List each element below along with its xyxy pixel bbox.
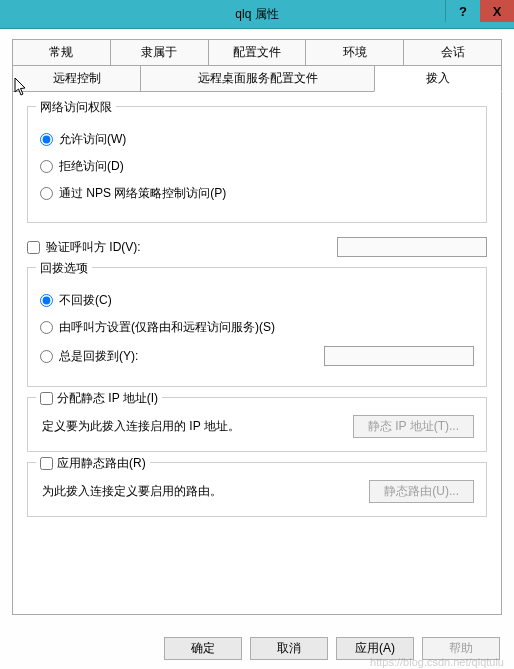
- tab-dialin[interactable]: 拨入: [374, 65, 502, 92]
- tab-memberof[interactable]: 隶属于: [111, 39, 209, 65]
- check-static-ip[interactable]: [40, 392, 53, 405]
- radio-callback-always[interactable]: [40, 350, 53, 363]
- group-static-routes: 应用静态路由(R) 为此拨入连接定义要启用的路由。 静态路由(U)...: [27, 462, 487, 517]
- group-callback: 回拨选项 不回拨(C) 由呼叫方设置(仅路由和远程访问服务)(S) 总是回拨到(…: [27, 267, 487, 387]
- static-routes-label: 应用静态路由(R): [57, 455, 146, 472]
- help-button[interactable]: ?: [445, 0, 480, 22]
- group-network-access: 网络访问权限 允许访问(W) 拒绝访问(D) 通过 NPS 网络策略控制访问(P…: [27, 106, 487, 223]
- tabs-row-2: 远程控制 远程桌面服务配置文件 拨入: [12, 65, 502, 92]
- tab-panel-dialin: 网络访问权限 允许访问(W) 拒绝访问(D) 通过 NPS 网络策略控制访问(P…: [12, 91, 502, 615]
- radio-nps[interactable]: [40, 187, 53, 200]
- cancel-button[interactable]: 取消: [250, 637, 328, 660]
- radio-callback-bycaller-row[interactable]: 由呼叫方设置(仅路由和远程访问服务)(S): [40, 319, 474, 336]
- tab-general[interactable]: 常规: [12, 39, 111, 65]
- radio-callback-bycaller-label: 由呼叫方设置(仅路由和远程访问服务)(S): [59, 319, 275, 336]
- radio-callback-none-label: 不回拨(C): [59, 292, 112, 309]
- group-callback-legend: 回拨选项: [36, 260, 92, 277]
- window-title: qlq 属性: [0, 6, 514, 23]
- ok-button[interactable]: 确定: [164, 637, 242, 660]
- radio-nps-label: 通过 NPS 网络策略控制访问(P): [59, 185, 226, 202]
- tab-rdp-profile[interactable]: 远程桌面服务配置文件: [140, 65, 374, 92]
- static-ip-desc: 定义要为此拨入连接启用的 IP 地址。: [42, 418, 353, 435]
- check-verify-caller[interactable]: [27, 241, 40, 254]
- radio-allow[interactable]: [40, 133, 53, 146]
- radio-callback-none[interactable]: [40, 294, 53, 307]
- static-ip-button[interactable]: 静态 IP 地址(T)...: [353, 415, 474, 438]
- radio-deny[interactable]: [40, 160, 53, 173]
- radio-callback-bycaller[interactable]: [40, 321, 53, 334]
- group-static-routes-legend: 应用静态路由(R): [36, 455, 150, 472]
- verify-caller-input[interactable]: [337, 237, 487, 257]
- dialog-buttons: 确定 取消 应用(A) 帮助: [164, 637, 500, 660]
- radio-deny-row[interactable]: 拒绝访问(D): [40, 158, 474, 175]
- tab-remote-control[interactable]: 远程控制: [12, 65, 140, 92]
- radio-deny-label: 拒绝访问(D): [59, 158, 124, 175]
- group-network-access-legend: 网络访问权限: [36, 99, 116, 116]
- group-static-ip: 分配静态 IP 地址(I) 定义要为此拨入连接启用的 IP 地址。 静态 IP …: [27, 397, 487, 452]
- titlebar-buttons: ? X: [445, 0, 514, 28]
- group-static-ip-legend: 分配静态 IP 地址(I): [36, 390, 162, 407]
- static-routes-desc: 为此拨入连接定义要启用的路由。: [42, 483, 369, 500]
- tab-environment[interactable]: 环境: [306, 39, 404, 65]
- tab-profile[interactable]: 配置文件: [209, 39, 307, 65]
- radio-callback-none-row[interactable]: 不回拨(C): [40, 292, 474, 309]
- verify-caller-row: 验证呼叫方 ID(V):: [27, 237, 487, 257]
- callback-always-input[interactable]: [324, 346, 474, 366]
- radio-nps-row[interactable]: 通过 NPS 网络策略控制访问(P): [40, 185, 474, 202]
- titlebar: qlq 属性 ? X: [0, 0, 514, 29]
- help-button-footer[interactable]: 帮助: [422, 637, 500, 660]
- close-button[interactable]: X: [480, 0, 514, 22]
- apply-button[interactable]: 应用(A): [336, 637, 414, 660]
- static-routes-button[interactable]: 静态路由(U)...: [369, 480, 474, 503]
- tab-strip: 常规 隶属于 配置文件 环境 会话 远程控制 远程桌面服务配置文件 拨入: [12, 39, 502, 92]
- tab-session[interactable]: 会话: [404, 39, 502, 65]
- tabs-row-1: 常规 隶属于 配置文件 环境 会话: [12, 39, 502, 65]
- radio-allow-row[interactable]: 允许访问(W): [40, 131, 474, 148]
- radio-callback-always-label: 总是回拨到(Y):: [59, 348, 138, 365]
- radio-allow-label: 允许访问(W): [59, 131, 126, 148]
- check-static-routes[interactable]: [40, 457, 53, 470]
- verify-caller-label: 验证呼叫方 ID(V):: [46, 239, 141, 256]
- radio-callback-always-row[interactable]: 总是回拨到(Y):: [40, 346, 474, 366]
- dialog-body: 常规 隶属于 配置文件 环境 会话 远程控制 远程桌面服务配置文件 拨入 网络访…: [0, 29, 514, 669]
- static-ip-label: 分配静态 IP 地址(I): [57, 390, 158, 407]
